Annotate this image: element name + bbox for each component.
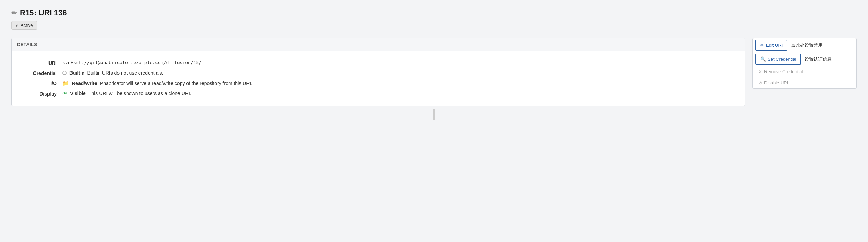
content-area: Details URI svn+ssh://git@phabricator.ex… (11, 38, 857, 106)
edit-uri-pencil-icon: ✏ (760, 43, 764, 48)
set-credential-button[interactable]: 🔍 Set Credential (756, 54, 800, 64)
active-label: Active (21, 23, 33, 28)
edit-uri-button[interactable]: ✏ Edit URI (756, 40, 787, 50)
page-header: ✏ R15: URI 136 ✓ Active (11, 8, 857, 30)
credential-description: Builtin URIs do not use credentials. (87, 70, 163, 76)
io-label: I/O (25, 80, 57, 86)
details-card: Details URI svn+ssh://git@phabricator.ex… (11, 38, 745, 106)
ban-icon: ⊘ (758, 80, 762, 85)
io-badge: Read/Write (72, 81, 97, 86)
edit-uri-button-wrapper: ✏ Edit URI (755, 40, 787, 51)
details-card-header: Details (12, 38, 745, 51)
scrollbar-hint (433, 109, 435, 120)
credential-value: Builtin Builtin URIs do not use credenti… (62, 70, 163, 76)
details-card-body: URI svn+ssh://git@phabricator.example.co… (12, 51, 745, 106)
radio-dot-icon (62, 71, 67, 75)
uri-text: svn+ssh://git@phabricator.example.com/di… (62, 60, 201, 65)
page-container: ✏ R15: URI 136 ✓ Active Details URI svn+… (0, 0, 868, 128)
active-badge[interactable]: ✓ Active (11, 21, 37, 30)
display-value: 👁 Visible This URI will be shown to user… (62, 91, 191, 96)
display-row: Display 👁 Visible This URI will be shown… (12, 89, 745, 99)
check-icon: ✓ (16, 23, 19, 28)
eye-icon: 👁 (62, 91, 67, 96)
folder-icon: 📁 (62, 80, 69, 86)
uri-row: URI svn+ssh://git@phabricator.example.co… (12, 58, 745, 68)
credential-badge: Builtin (69, 70, 85, 76)
uri-label: URI (25, 60, 57, 66)
remove-credential-label[interactable]: Remove Credential (764, 69, 803, 74)
set-credential-label: Set Credential (768, 56, 796, 62)
io-value: 📁 Read/Write Phabricator will serve a re… (62, 80, 252, 86)
set-credential-search-icon: 🔍 (760, 56, 766, 62)
title-text: R15: URI 136 (20, 8, 67, 17)
credential-row: Credential Builtin Builtin URIs do not u… (12, 68, 745, 78)
remove-credential-row: ✕ Remove Credential (753, 66, 856, 77)
disable-uri-row: ⊘ Disable URI (753, 77, 856, 88)
io-row: I/O 📁 Read/Write Phabricator will serve … (12, 78, 745, 89)
uri-value: svn+ssh://git@phabricator.example.com/di… (62, 60, 201, 65)
disable-uri-label[interactable]: Disable URI (764, 80, 788, 85)
io-description: Phabricator will serve a read/write copy… (100, 81, 252, 86)
page-title: ✏ R15: URI 136 (11, 8, 857, 17)
actions-card: ✏ Edit URI 点此处设置禁用 🔍 Set Credential 设置认证… (752, 38, 857, 89)
edit-uri-cn-text: 点此处设置禁用 (787, 42, 823, 48)
set-credential-button-wrapper: 🔍 Set Credential (755, 54, 801, 65)
display-badge: Visible (70, 91, 86, 96)
set-credential-cn-text: 设置认证信息 (801, 56, 832, 62)
credential-label: Credential (25, 70, 57, 76)
display-description: This URI will be shown to users as a clo… (89, 91, 191, 96)
edit-uri-label: Edit URI (766, 43, 783, 48)
display-label: Display (25, 91, 57, 97)
pencil-icon: ✏ (11, 9, 17, 17)
x-icon: ✕ (758, 69, 762, 74)
